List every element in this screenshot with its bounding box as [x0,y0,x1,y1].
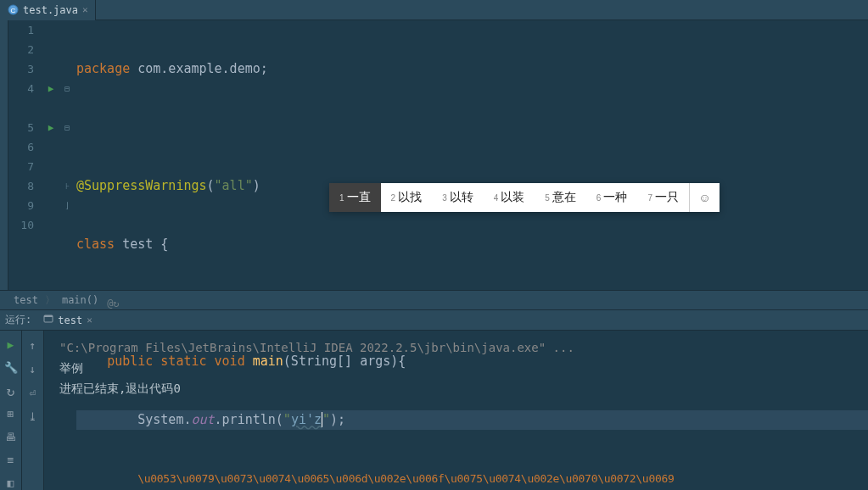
file-tab[interactable]: C test.java ✕ [0,0,96,20]
rerun-icon[interactable]: ▶ [3,337,19,352]
soft-wrap-icon[interactable]: ⏎ [25,385,41,400]
print-icon[interactable]: 🖶 [3,430,19,444]
ime-candidate-7[interactable]: 7一只 [637,183,689,212]
ime-candidate-3[interactable]: 3以转 [432,183,484,212]
gutter: 12345678910 ▶ ▶ [8,20,61,290]
run-toolbar-left: ▶ 🔧 ↻ ⊞ 🖶 ≡ ◧ [0,331,22,490]
run-class-icon[interactable]: ▶ [41,79,61,98]
line-numbers: 12345678910 [8,20,41,290]
ime-candidate-1[interactable]: 1一直 [329,183,381,212]
run-tab-icon [43,314,53,326]
ime-candidate-5[interactable]: 5意在 [535,183,586,212]
filter-icon[interactable]: ≡ [3,453,19,467]
ime-candidate-4[interactable]: 4以装 [484,183,535,212]
breadcrumb-item-class[interactable]: test [14,294,38,306]
ime-candidate-6[interactable]: 6一种 [586,183,638,212]
gutter-run-icons: ▶ ▶ [41,20,61,290]
annotation-icon: @↻ [107,298,119,309]
run-toolbar-inner: ↑ ↓ ⏎ ⤓ [22,331,44,490]
svg-rect-3 [44,315,53,317]
wrench-icon[interactable]: 🔧 [3,360,19,375]
ime-candidate-popup: 1一直 2以找 3以转 4以装 5意在 6一种 7一只 ☺ [329,183,720,212]
up-icon[interactable]: ↑ [25,337,41,353]
java-file-icon: C [7,4,19,16]
ime-emoji-icon[interactable]: ☺ [689,183,720,212]
stop-icon[interactable]: ↻ [3,383,19,398]
left-gutter-strip [0,20,8,290]
layout-icon[interactable]: ⊞ [3,407,19,421]
unicode-escape-sequence: \u0053\u0079\u0073\u0074\u0065\u006d\u00… [137,472,674,485]
editor-tab-bar: C test.java ✕ [0,0,868,20]
code-editor[interactable]: package com.example.demo; @SuppressWarni… [73,20,868,290]
fold-column: ⊟⊟⊦⌋ [61,20,73,290]
export-icon[interactable]: ◧ [3,476,19,490]
run-header-label: 运行: [5,313,31,327]
scroll-icon[interactable]: ⤓ [25,409,41,424]
chevron-right-icon: 〉 [45,293,55,308]
down-icon[interactable]: ↓ [25,361,41,376]
run-main-icon[interactable]: ▶ [41,118,61,137]
editor-area: 12345678910 ▶ ▶ ⊟⊟⊦⌋ package com.example… [0,20,868,290]
close-icon[interactable]: ✕ [82,4,88,15]
ime-candidate-2[interactable]: 2以找 [381,183,433,212]
svg-text:C: C [10,7,15,14]
tab-filename: test.java [23,4,78,16]
